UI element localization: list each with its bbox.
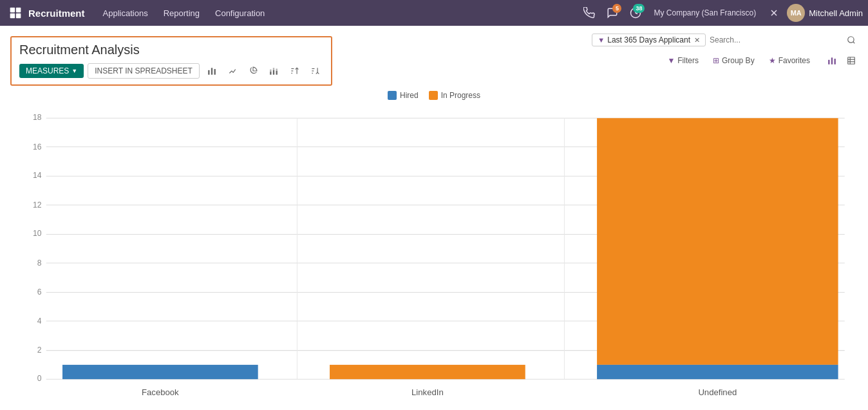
view-toggle — [823, 52, 860, 70]
phone-icon-btn[interactable] — [579, 3, 599, 23]
page-title: Recruitment Analysis — [19, 43, 323, 57]
bar-chart-icon[interactable] — [203, 63, 220, 79]
groupby-icon: ⊞ — [713, 56, 719, 65]
favorites-button[interactable]: ★ Favorites — [762, 54, 816, 68]
app-name[interactable]: Recruitment — [28, 8, 85, 19]
svg-text:Facebook: Facebook — [142, 387, 179, 397]
bar-chart-svg: 0 2 4 6 8 10 12 14 16 18 — [10, 105, 858, 410]
svg-line-25 — [853, 42, 855, 44]
svg-rect-15 — [276, 69, 277, 72]
chart-svg-wrapper: 0 2 4 6 8 10 12 14 16 18 — [10, 105, 858, 410]
user-menu[interactable]: MA Mitchell Admin — [787, 4, 863, 22]
svg-rect-2 — [10, 14, 15, 19]
filter-funnel-icon: ▼ — [598, 36, 605, 44]
svg-rect-1 — [16, 8, 21, 13]
menu-reporting[interactable]: Reporting — [156, 0, 207, 26]
svg-text:10: 10 — [33, 229, 42, 238]
svg-rect-29 — [848, 57, 855, 64]
svg-rect-26 — [828, 60, 829, 64]
svg-rect-55 — [330, 365, 525, 379]
svg-text:14: 14 — [33, 171, 42, 180]
measures-button[interactable]: MEASURES ▼ — [19, 64, 84, 78]
top-nav-right: 5 38 My Company (San Francisco) MA Mitch… — [579, 3, 863, 23]
legend-inprogress-label: In Progress — [441, 91, 480, 100]
star-icon: ★ — [769, 56, 776, 65]
filter-tag-close-icon[interactable]: ✕ — [694, 36, 700, 44]
chat-badge: 5 — [612, 4, 621, 13]
pie-chart-icon[interactable] — [245, 63, 261, 79]
chat-icon-btn[interactable]: 5 — [602, 3, 623, 23]
svg-text:Undefined: Undefined — [698, 387, 737, 397]
search-input[interactable] — [710, 35, 838, 44]
legend-hired-color — [388, 91, 397, 100]
app-logo[interactable] — [5, 3, 26, 23]
table-view-button[interactable] — [842, 52, 860, 70]
svg-rect-8 — [211, 68, 212, 75]
user-name: Mitchell Admin — [809, 8, 863, 18]
filter-icon: ▼ — [667, 56, 675, 65]
settings-icon-btn[interactable] — [764, 3, 784, 23]
bar-linkedin: LinkedIn — [330, 365, 525, 398]
svg-rect-10 — [270, 72, 271, 75]
svg-rect-9 — [214, 69, 215, 75]
svg-text:2: 2 — [37, 346, 42, 355]
legend-in-progress: In Progress — [429, 91, 480, 100]
page-header-box: Recruitment Analysis MEASURES ▼ INSERT I… — [10, 36, 332, 86]
svg-rect-11 — [270, 70, 271, 72]
chart-legend: Hired In Progress — [10, 91, 858, 100]
legend-hired-label: Hired — [400, 91, 419, 100]
stacked-chart-icon[interactable] — [265, 63, 282, 79]
filter-tag-label: Last 365 Days Applicant — [607, 35, 690, 44]
user-avatar: MA — [787, 4, 805, 22]
search-icon[interactable] — [842, 31, 860, 49]
svg-text:8: 8 — [37, 259, 42, 268]
svg-text:0: 0 — [37, 374, 42, 383]
top-menu: Applications Reporting Configuration — [95, 0, 273, 26]
clock-badge: 38 — [633, 4, 645, 13]
svg-rect-3 — [16, 14, 21, 19]
svg-rect-57 — [597, 118, 838, 365]
groupby-button[interactable]: ⊞ Group By — [706, 54, 761, 68]
line-chart-icon[interactable] — [224, 63, 241, 79]
menu-applications[interactable]: Applications — [95, 0, 156, 26]
menu-configuration[interactable]: Configuration — [207, 0, 272, 26]
bar-facebook: Facebook — [62, 365, 258, 398]
svg-rect-12 — [273, 70, 274, 75]
measures-caret-icon: ▼ — [71, 68, 77, 74]
sort-asc-icon[interactable] — [286, 63, 303, 79]
svg-rect-13 — [273, 68, 274, 70]
svg-rect-27 — [831, 57, 833, 64]
chart-area: Hired In Progress — [0, 86, 868, 410]
content-area: Recruitment Analysis MEASURES ▼ INSERT I… — [0, 26, 868, 410]
svg-text:6: 6 — [37, 288, 42, 297]
insert-spreadsheet-button[interactable]: INSERT IN SPREADSHEET — [88, 63, 200, 79]
svg-rect-0 — [10, 8, 15, 13]
svg-point-24 — [848, 37, 854, 43]
toolbar: MEASURES ▼ INSERT IN SPREADSHEET — [19, 63, 323, 79]
svg-text:LinkedIn: LinkedIn — [411, 387, 444, 397]
filters-button[interactable]: ▼ Filters — [661, 54, 705, 68]
sort-desc-icon[interactable] — [307, 63, 323, 79]
svg-rect-14 — [276, 71, 277, 75]
svg-rect-28 — [835, 59, 836, 64]
svg-text:4: 4 — [37, 317, 42, 326]
top-navigation: Recruitment Applications Reporting Confi… — [0, 0, 868, 26]
legend-inprogress-color — [429, 91, 438, 100]
svg-text:18: 18 — [33, 113, 42, 122]
legend-hired: Hired — [388, 91, 419, 100]
svg-rect-7 — [208, 70, 209, 75]
bar-view-button[interactable] — [823, 52, 841, 70]
bar-undefined: Undefined — [597, 118, 838, 397]
svg-text:12: 12 — [33, 200, 42, 210]
svg-rect-58 — [597, 365, 838, 379]
svg-rect-53 — [62, 365, 258, 379]
svg-text:16: 16 — [33, 142, 42, 151]
filter-tag-365days[interactable]: ▼ Last 365 Days Applicant ✕ — [592, 34, 706, 46]
company-name[interactable]: My Company (San Francisco) — [654, 8, 756, 17]
clock-icon-btn[interactable]: 38 — [625, 3, 646, 23]
